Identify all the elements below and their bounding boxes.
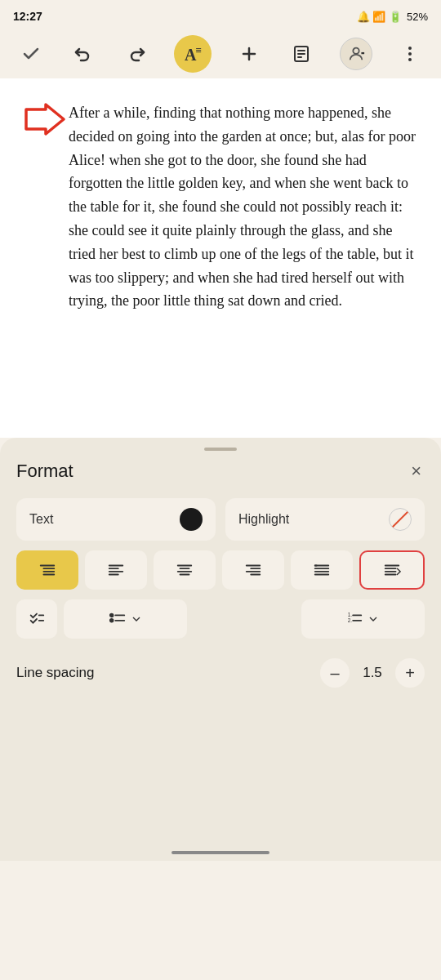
- svg-point-9: [408, 52, 412, 56]
- numbered-list-button[interactable]: 1. 2.: [301, 599, 425, 639]
- ai-format-button[interactable]: A≡: [174, 35, 212, 73]
- red-arrow-icon: [23, 103, 65, 139]
- line-spacing-label: Line spacing: [16, 665, 94, 681]
- format-header: Format ×: [16, 457, 425, 485]
- bottom-space: [0, 710, 441, 841]
- align-right-button[interactable]: [222, 550, 284, 590]
- arrow-paragraph: After a while, finding that nothing more…: [23, 101, 418, 313]
- line-spacing-row: Line spacing – 1.5 +: [16, 652, 425, 694]
- highlight-label: Highlight: [238, 512, 289, 527]
- undo-button[interactable]: [69, 39, 98, 69]
- handle-bar-indicator: [204, 448, 237, 451]
- text-label: Text: [29, 512, 53, 527]
- align-left-button[interactable]: [85, 550, 147, 590]
- format-title: Format: [16, 461, 74, 482]
- text-color-circle: [180, 508, 203, 531]
- home-indicator: [0, 841, 441, 861]
- align-justify-button[interactable]: [291, 550, 353, 590]
- list-row: 1. 2.: [16, 599, 425, 639]
- document-button[interactable]: [287, 39, 316, 69]
- align-center-button[interactable]: [154, 550, 216, 590]
- status-time: 12:27: [13, 10, 42, 23]
- line-spacing-controls: – 1.5 +: [320, 658, 425, 688]
- status-right: 🔔 📶 🔋 52%: [357, 11, 428, 23]
- status-bar: 12:27 🔔 📶 🔋 52%: [0, 0, 441, 29]
- ai-label: A≡: [185, 44, 201, 65]
- status-icons: 🔔 📶 🔋: [357, 11, 402, 23]
- doc-first-line: After a while, finding that nothing more…: [69, 105, 416, 309]
- decrease-spacing-button[interactable]: –: [320, 658, 350, 688]
- person-button[interactable]: [340, 38, 372, 70]
- drag-handle[interactable]: [16, 438, 425, 457]
- highlight-none-icon: [389, 508, 412, 531]
- format-close-button[interactable]: ×: [408, 457, 425, 485]
- document-content: After a while, finding that nothing more…: [0, 78, 441, 438]
- svg-point-39: [109, 614, 113, 617]
- add-button[interactable]: [234, 39, 264, 69]
- toolbar: A≡: [0, 29, 441, 78]
- svg-point-6: [353, 48, 359, 54]
- format-panel: Format × Text Highlight: [0, 438, 441, 710]
- increase-spacing-button[interactable]: +: [395, 658, 425, 688]
- svg-point-10: [408, 58, 412, 61]
- align-left-indent-button[interactable]: [16, 550, 78, 590]
- spacing-value: 1.5: [363, 665, 382, 681]
- highlight-option[interactable]: Highlight: [225, 498, 425, 541]
- more-options-button[interactable]: [395, 39, 425, 69]
- battery-level: 52%: [407, 11, 428, 23]
- align-right-indent-button[interactable]: [359, 550, 425, 590]
- svg-point-41: [109, 619, 113, 622]
- redo-button[interactable]: [122, 39, 151, 69]
- svg-text:2.: 2.: [348, 617, 353, 623]
- check-button[interactable]: [16, 39, 46, 69]
- text-color-option[interactable]: Text: [16, 498, 216, 541]
- alignment-row: [16, 550, 425, 590]
- bullet-list-button[interactable]: [64, 599, 187, 639]
- text-highlight-row: Text Highlight: [16, 498, 425, 541]
- checklist-button[interactable]: [16, 599, 57, 639]
- home-bar: [172, 851, 270, 854]
- svg-point-8: [408, 47, 412, 50]
- svg-marker-11: [26, 105, 64, 134]
- document-paragraph: After a while, finding that nothing more…: [69, 101, 418, 313]
